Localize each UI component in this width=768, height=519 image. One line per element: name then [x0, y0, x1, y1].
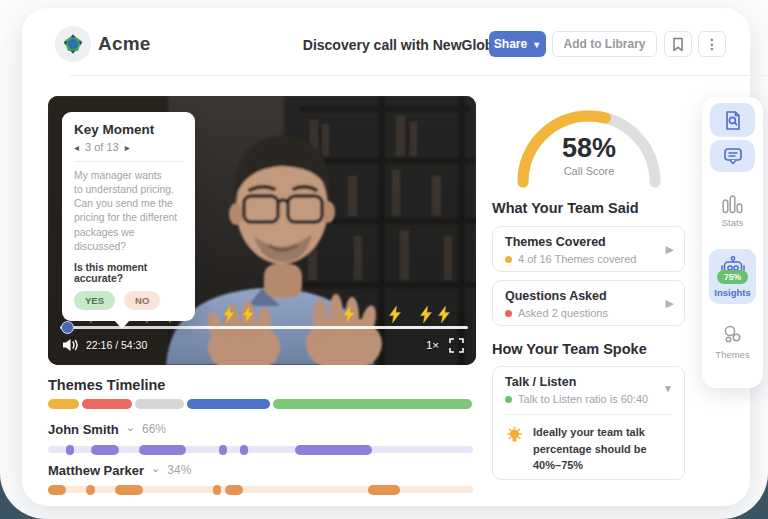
header-divider: [70, 75, 768, 76]
coaching-tip: Ideally your team talk percentage should…: [533, 424, 647, 474]
speech-segment[interactable]: [225, 485, 243, 495]
call-score-label: Call Score: [510, 165, 668, 177]
chevron-down-icon[interactable]: ⌄: [126, 421, 135, 434]
insights-score-badge: 75%: [717, 270, 748, 284]
sidebar-item-search-transcript[interactable]: [710, 103, 755, 137]
more-options-button[interactable]: ⋮: [698, 31, 726, 57]
questions-asked-card[interactable]: Questions Asked Asked 2 questions ▶: [492, 280, 685, 326]
speech-segment[interactable]: [48, 485, 66, 495]
chevron-down-icon[interactable]: ▼: [663, 383, 673, 394]
key-moment-popup: Key Moment ◂ 3 of 13 ▸ My manager wants …: [62, 112, 195, 321]
lightning-bolt-icon[interactable]: [222, 306, 236, 323]
logo-emblem: [61, 32, 85, 56]
time-display: 22:16 / 54:30: [86, 339, 147, 351]
themes-timeline-bar: [48, 399, 477, 409]
document-search-icon: [723, 110, 743, 131]
themes-bubbles-icon: [721, 324, 743, 346]
tools-sidebar: Stats 75% Insights Themes: [702, 97, 763, 388]
fullscreen-icon[interactable]: [449, 338, 464, 353]
speaker-speech-track[interactable]: [48, 446, 473, 453]
card-title: Talk / Listen: [505, 375, 672, 389]
sidebar-label: Themes: [715, 349, 749, 360]
moment-quote: My manager wants to understand pricing. …: [74, 169, 183, 254]
status-dot: [505, 396, 512, 403]
theme-segment[interactable]: [135, 399, 184, 409]
lightning-bolt-icon[interactable]: [388, 306, 402, 323]
share-button[interactable]: Share▼: [489, 31, 546, 57]
prev-moment-icon[interactable]: ◂: [74, 142, 79, 153]
accuracy-question: Is this moment accurate?: [74, 262, 183, 284]
call-score-gauge: 58% Call Score: [510, 97, 668, 191]
playback-speed[interactable]: 1×: [426, 339, 439, 351]
theme-segment[interactable]: [82, 399, 132, 409]
theme-segment[interactable]: [48, 399, 79, 409]
lightbulb-icon: [505, 426, 524, 445]
sidebar-item-themes[interactable]: Themes: [715, 324, 749, 360]
speech-segment[interactable]: [139, 445, 186, 455]
status-dot: [505, 310, 512, 317]
speech-segment[interactable]: [115, 485, 143, 495]
company-name: Acme: [98, 33, 151, 55]
speaker-speech-track[interactable]: [48, 486, 473, 493]
divider: [74, 161, 183, 162]
chevron-right-icon[interactable]: ▶: [666, 243, 674, 256]
speech-segment[interactable]: [91, 445, 119, 455]
speaker-talk-percent: 66%: [142, 422, 166, 436]
volume-icon[interactable]: [62, 338, 79, 352]
no-button[interactable]: NO: [124, 291, 160, 310]
lightning-bolt-icon[interactable]: [419, 306, 433, 323]
stats-bars-icon: [722, 195, 743, 214]
divider: [505, 414, 672, 415]
talk-listen-card[interactable]: Talk / Listen Talk to Listen ratio is 60…: [492, 366, 685, 480]
card-status: 4 of 16 Themes covered: [518, 253, 636, 265]
chevron-right-icon[interactable]: ▶: [666, 297, 674, 310]
speaker-talk-percent: 34%: [167, 463, 191, 477]
sidebar-item-stats[interactable]: Stats: [722, 195, 744, 228]
card-status: Talk to Listen ratio is 60:40: [518, 393, 648, 405]
company-logo: [55, 26, 91, 62]
sidebar-item-comments[interactable]: [710, 140, 755, 172]
themes-covered-card[interactable]: Themes Covered 4 of 16 Themes covered ▶: [492, 226, 685, 272]
bookmark-icon: [672, 37, 684, 52]
status-dot: [505, 256, 512, 263]
sidebar-label: Insights: [714, 287, 750, 298]
themes-timeline-heading: Themes Timeline: [48, 377, 165, 393]
speaker-name: John Smith: [48, 422, 119, 437]
sidebar-item-insights[interactable]: 75% Insights: [709, 249, 756, 304]
comment-icon: [723, 147, 743, 165]
card-title: Questions Asked: [505, 289, 672, 303]
lightning-bolt-icon[interactable]: [437, 306, 451, 323]
theme-segment[interactable]: [187, 399, 270, 409]
speech-segment[interactable]: [368, 485, 400, 495]
card-status: Asked 2 questions: [518, 307, 608, 319]
speech-segment[interactable]: [86, 485, 95, 495]
speech-segment[interactable]: [219, 445, 227, 455]
card-title: Themes Covered: [505, 235, 672, 249]
yes-button[interactable]: YES: [74, 291, 115, 310]
moment-counter: 3 of 13: [85, 141, 119, 153]
call-score-value: 58%: [510, 133, 668, 164]
bookmark-button[interactable]: [664, 31, 692, 57]
chevron-down-icon[interactable]: ⌄: [151, 462, 160, 475]
sidebar-label: Stats: [722, 217, 744, 228]
add-to-library-button[interactable]: Add to Library: [552, 31, 657, 57]
theme-segment[interactable]: [273, 399, 472, 409]
speaker-name: Matthew Parker: [48, 463, 144, 478]
speaker-row: John Smith ⌄ 66%: [48, 420, 166, 438]
video-controls: 22:16 / 54:30 1×: [62, 334, 464, 356]
kebab-icon: ⋮: [705, 36, 719, 52]
key-moment-title: Key Moment: [74, 122, 183, 137]
share-caret-icon: ▼: [532, 40, 541, 50]
section-heading-team-spoke: How Your Team Spoke: [492, 341, 647, 357]
lightning-bolt-icon[interactable]: [342, 306, 356, 323]
header-bar: Acme Discovery call with NewGlobe Share▼…: [22, 8, 750, 68]
speech-segment[interactable]: [66, 445, 74, 455]
speaker-row: Matthew Parker ⌄ 34%: [48, 461, 191, 479]
speech-segment[interactable]: [213, 485, 221, 495]
next-moment-icon[interactable]: ▸: [125, 142, 130, 153]
lightning-bolt-icon[interactable]: [241, 306, 255, 323]
speech-segment[interactable]: [240, 445, 248, 455]
speech-segment[interactable]: [295, 445, 372, 455]
key-moment-nav: ◂ 3 of 13 ▸: [74, 141, 183, 153]
section-heading-team-said: What Your Team Said: [492, 200, 639, 216]
